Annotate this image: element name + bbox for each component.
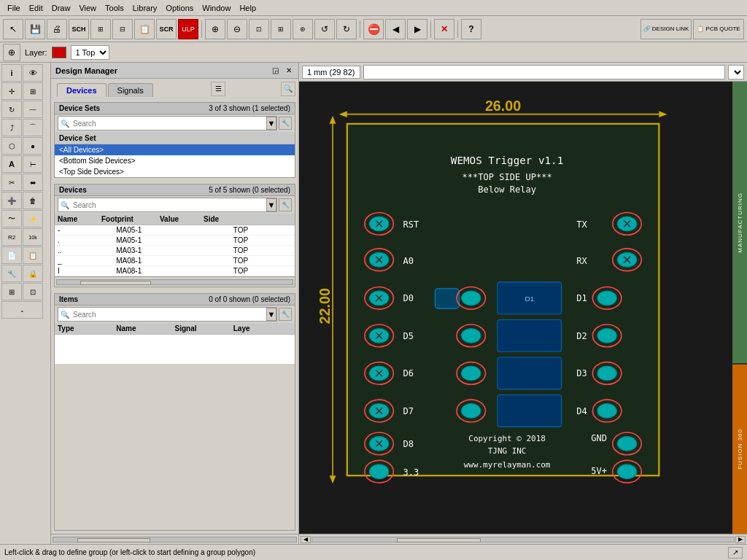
add-btn[interactable]: ➕ [1, 192, 22, 209]
zoom-out-btn[interactable]: ⊖ [227, 19, 247, 39]
tab-list-btn[interactable]: ☰ [211, 82, 225, 96]
doc-btn[interactable]: 📄 [1, 246, 22, 264]
panel-scroll-thumb[interactable] [77, 538, 150, 542]
zoom-box-btn[interactable]: ⊞ [271, 19, 291, 39]
canvas-h-scrollbar[interactable]: ◀ ▶ [299, 534, 747, 544]
devices-scrollbar[interactable] [55, 276, 295, 287]
device-sets-search-dropdown[interactable]: ▼ [266, 117, 276, 130]
wrench-btn[interactable]: 🔧 [1, 265, 22, 282]
move-btn[interactable]: ✛ [1, 82, 22, 100]
menu-view[interactable]: View [74, 2, 101, 14]
info-btn[interactable]: i [1, 64, 22, 82]
panel-detach-btn[interactable]: ◲ [270, 66, 281, 74]
table-row[interactable]: I MA08-1 TOP [55, 266, 295, 276]
undo-btn[interactable]: ↺ [314, 19, 335, 39]
device-set-item-all[interactable]: <All Devices> [55, 144, 295, 155]
canvas-scroll-thumb[interactable] [397, 538, 481, 542]
zoom-in-btn[interactable]: ⊕ [205, 19, 225, 39]
mirror-btn[interactable]: ⬌ [23, 174, 43, 191]
paste-btn[interactable]: 📋 [134, 19, 155, 39]
select-tool-btn[interactable]: ↖ [3, 19, 23, 39]
zoom-fit-btn[interactable]: ⊡ [249, 19, 269, 39]
menu-edit[interactable]: Edit [25, 2, 47, 14]
scr-btn[interactable]: SCR [156, 19, 177, 39]
10k-btn[interactable]: 10k [23, 228, 43, 246]
menu-help[interactable]: Help [235, 2, 260, 14]
panel-close-btn[interactable]: ✕ [284, 66, 294, 74]
devices-wrench-btn[interactable]: 🔧 [279, 198, 292, 211]
grid2-btn[interactable]: ⊟ [112, 19, 133, 39]
devices-scroll-thumb[interactable] [80, 281, 151, 285]
help-btn[interactable]: ? [461, 19, 481, 39]
delete-btn[interactable]: ✕ [434, 19, 454, 39]
more-btn[interactable]: ⌄ [1, 301, 43, 319]
devices-search-dropdown[interactable]: ▼ [266, 198, 276, 211]
rotate-btn[interactable]: ↻ [1, 101, 22, 118]
lock-btn[interactable]: 🔒 [23, 265, 43, 282]
items-wrench-btn[interactable]: 🔧 [279, 308, 292, 321]
table-row[interactable]: . MA05-1 TOP [55, 236, 295, 246]
tab-devices[interactable]: Devices [57, 83, 107, 97]
wire-btn[interactable]: ⤴ [1, 119, 22, 136]
zoom-area-btn[interactable]: ⊛ [293, 19, 313, 39]
print-btn[interactable]: 🖨 [47, 19, 67, 39]
grid3-btn[interactable]: ⊞ [1, 283, 22, 300]
tab-signals[interactable]: Signals [108, 83, 153, 97]
sch-btn[interactable]: SCH [69, 19, 89, 39]
grid-btn[interactable]: ⊞ [90, 19, 111, 39]
design-link-btn[interactable]: 🔗 DESIGN LINK [640, 19, 692, 39]
device-sets-wrench-btn[interactable]: 🔧 [279, 117, 292, 130]
tab-zoom-btn[interactable]: 🔍 [281, 82, 295, 96]
pcb-quote-btn[interactable]: 📋 PCB QUOTE [693, 19, 744, 39]
canvas-dropdown[interactable] [728, 65, 744, 79]
canvas-command-input[interactable] [363, 65, 725, 79]
menu-draw[interactable]: Draw [47, 2, 75, 14]
scissors-btn[interactable]: ✂ [1, 174, 22, 191]
snap-btn[interactable]: ⊡ [23, 283, 43, 300]
menu-library[interactable]: Library [128, 2, 162, 14]
eye-btn[interactable]: 👁 [23, 64, 43, 82]
manufacturing-panel-btn[interactable]: MANUFACTURING [732, 82, 747, 365]
layer-selector[interactable]: 1 Top [71, 45, 109, 60]
layer-btn[interactable]: — [23, 101, 43, 118]
text-btn[interactable]: A [1, 155, 22, 173]
arc-btn[interactable]: ⌒ [23, 119, 43, 136]
items-search-input[interactable] [71, 308, 266, 321]
autoroute-btn[interactable]: ⚡ [23, 210, 43, 228]
paste2-btn[interactable]: 📋 [23, 246, 43, 264]
crosshair-btn[interactable]: ⊕ [3, 44, 20, 61]
device-set-item-bottom[interactable]: <Bottom Side Devices> [55, 155, 295, 166]
poly-btn[interactable]: ⬡ [1, 137, 22, 155]
redo-btn[interactable]: ↻ [336, 19, 357, 39]
device-set-item-top[interactable]: <Top Side Devices> [55, 166, 295, 177]
delete2-btn[interactable]: 🗑 [23, 192, 43, 209]
panel-bottom-scrollbar[interactable] [51, 534, 298, 544]
menu-options[interactable]: Options [161, 2, 198, 14]
save-btn[interactable]: 💾 [25, 19, 45, 39]
stop-btn[interactable]: ⛔ [363, 19, 384, 39]
r2-btn[interactable]: R2 [1, 228, 22, 246]
fusion360-panel-btn[interactable]: FUSION 360 [732, 365, 747, 534]
via-btn[interactable]: ● [23, 137, 43, 155]
table-row[interactable]: .. MA03-1 TOP [55, 246, 295, 256]
canvas-viewport[interactable]: 26.00 22.00 WEMOS Trigger v1.1 ***TOP SI… [299, 82, 747, 534]
route-btn[interactable]: 〜 [1, 210, 22, 228]
canvas-scroll-track[interactable] [311, 537, 735, 542]
menu-window[interactable]: Window [198, 2, 235, 14]
dim-btn[interactable]: ⊢ [23, 155, 43, 173]
group-btn[interactable]: ⊞ [23, 82, 43, 100]
devices-search-input[interactable] [71, 198, 266, 211]
scroll-right-btn[interactable]: ▶ [735, 536, 746, 543]
devices-scroll-track[interactable] [56, 279, 293, 285]
back-btn[interactable]: ◀ [385, 19, 406, 39]
device-sets-search-input[interactable] [71, 117, 266, 130]
menu-file[interactable]: File [3, 2, 25, 14]
forward-btn[interactable]: ▶ [407, 19, 427, 39]
panel-scroll-track[interactable] [53, 537, 297, 542]
menu-tools[interactable]: Tools [101, 2, 128, 14]
scroll-left-btn[interactable]: ◀ [301, 536, 311, 543]
status-arrow-btn[interactable]: ↗ [728, 547, 743, 559]
table-row[interactable]: - MA05-1 TOP [55, 225, 295, 236]
table-row[interactable]: _ MA08-1 TOP [55, 256, 295, 266]
items-search-dropdown[interactable]: ▼ [266, 308, 276, 321]
